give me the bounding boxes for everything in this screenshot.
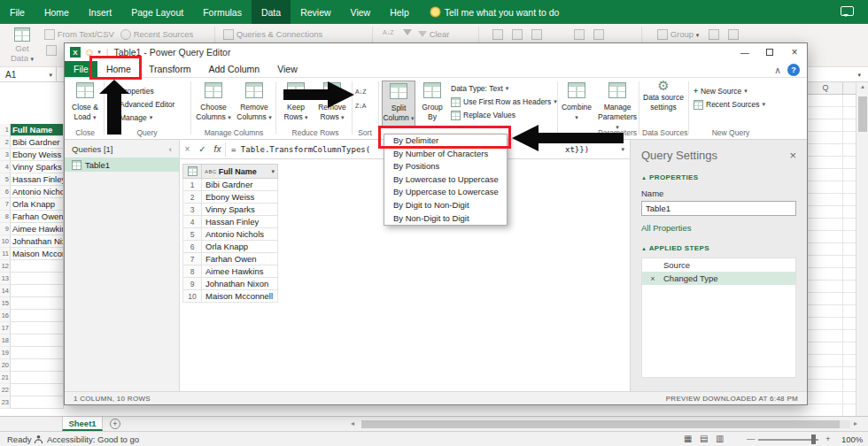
zoom-slider-thumb[interactable]: [811, 434, 816, 444]
excel-ribbon-tab[interactable]: Data: [252, 0, 291, 24]
formula-bar-expand-icon[interactable]: ▾: [857, 72, 861, 79]
preview-cell[interactable]: Johnathan Nixon: [202, 278, 278, 290]
filter-caret-icon[interactable]: ▾: [271, 168, 275, 175]
collapse-ribbon-icon[interactable]: ∧: [771, 64, 784, 76]
excel-ribbon-tab[interactable]: Help: [380, 0, 419, 24]
sheet-cell[interactable]: Orla Knapp: [11, 198, 64, 211]
recent-sources-button[interactable]: Recent Sources: [120, 29, 193, 40]
normal-view-icon[interactable]: ▦: [684, 434, 692, 443]
excel-ribbon-tab[interactable]: Formulas: [193, 0, 252, 24]
quick-access-caret-icon[interactable]: ▾: [97, 49, 101, 56]
sheet-cell[interactable]: [11, 322, 64, 334]
pq-tab-transform[interactable]: Transform: [140, 61, 199, 77]
sheet-cell[interactable]: Johnathan Nixon: [11, 235, 64, 248]
maximize-icon[interactable]: [757, 43, 782, 61]
scrollbar-thumb[interactable]: [858, 96, 867, 132]
preview-cell[interactable]: Bibi Gardner: [202, 179, 278, 191]
row-number[interactable]: 5: [0, 173, 11, 186]
preview-row-number[interactable]: 9: [182, 278, 202, 290]
ribbon-tool-icon[interactable]: [531, 29, 542, 40]
scroll-up-icon[interactable]: ▲: [856, 84, 868, 89]
preview-cell[interactable]: Farhan Owen: [202, 253, 278, 265]
preview-row-number[interactable]: 10: [182, 290, 202, 303]
preview-row-number[interactable]: 7: [182, 253, 202, 265]
vertical-scrollbar[interactable]: ▲: [856, 82, 868, 416]
data-type-button[interactable]: Data Type: Text▾: [451, 82, 508, 95]
help-icon[interactable]: ?: [787, 64, 800, 76]
row-number[interactable]: 9: [0, 223, 11, 235]
table-corner-button[interactable]: [182, 164, 202, 179]
row-number[interactable]: 1: [0, 124, 11, 136]
excel-ribbon-tab[interactable]: Insert: [79, 0, 121, 24]
sort-ascending-icon[interactable]: A↓Z: [355, 85, 366, 97]
row-number[interactable]: 19: [0, 347, 11, 359]
sheet-cell[interactable]: Ebony Weiss: [11, 149, 64, 161]
collapse-pane-icon[interactable]: ‹: [169, 144, 172, 154]
horizontal-scrollbar[interactable]: [361, 420, 850, 428]
preview-cell[interactable]: Maison Mcconnell: [202, 290, 278, 303]
choose-columns-button[interactable]: Choose Columns ▾: [194, 81, 233, 127]
preview-cell[interactable]: Vinny Sparks: [202, 204, 278, 216]
row-number[interactable]: 3: [0, 149, 11, 161]
data-source-settings-button[interactable]: ⚙ Data source settings: [642, 81, 685, 127]
sheet-cell[interactable]: [11, 297, 64, 310]
preview-row-number[interactable]: 5: [182, 228, 202, 241]
properties-section-header[interactable]: ▲ PROPERTIES: [641, 173, 796, 181]
zoom-in-icon[interactable]: +: [825, 434, 831, 443]
preview-cell[interactable]: Hassan Finley: [202, 216, 278, 228]
close-pane-icon[interactable]: ×: [789, 149, 796, 162]
row-number[interactable]: 7: [0, 198, 11, 211]
row-number[interactable]: 11: [0, 248, 11, 260]
group-button[interactable]: Group ▾: [657, 29, 699, 40]
applied-steps-section-header[interactable]: ▲ APPLIED STEPS: [641, 244, 796, 252]
replace-values-button[interactable]: Replace Values: [451, 109, 515, 121]
remove-columns-button[interactable]: Remove Columns ▾: [235, 81, 274, 127]
preview-row-number[interactable]: 3: [182, 204, 202, 216]
row-number[interactable]: 4: [0, 161, 11, 173]
sheet-cell[interactable]: [11, 396, 64, 409]
ribbon-tool-icon[interactable]: [593, 29, 604, 40]
excel-ribbon-tab[interactable]: Home: [35, 0, 79, 24]
excel-ribbon-tab[interactable]: View: [341, 0, 381, 24]
split-column-menu-item[interactable]: By Number of Characters: [384, 148, 507, 161]
sheet-cell[interactable]: Aimee Hawkins: [11, 223, 64, 235]
split-column-menu-item[interactable]: By Digit to Non-Digit: [384, 199, 507, 212]
sheet-cell[interactable]: Bibi Gardner: [11, 136, 64, 149]
pq-tab-view[interactable]: View: [268, 61, 306, 77]
split-column-menu-item[interactable]: By Lowercase to Uppercase: [384, 173, 507, 187]
check-icon[interactable]: ✓: [195, 144, 210, 154]
ribbon-tool-icon[interactable]: [492, 29, 503, 40]
sort-az-icon[interactable]: A↓Z: [383, 29, 393, 35]
page-break-view-icon[interactable]: ▥: [716, 434, 724, 443]
row-number[interactable]: 20: [0, 359, 11, 372]
sheet-cell[interactable]: [11, 347, 64, 359]
row-number[interactable]: 16: [0, 310, 11, 322]
row-number[interactable]: 21: [0, 372, 11, 384]
sheet-cell[interactable]: Maison Mcconnell: [11, 248, 64, 260]
sheet-cell[interactable]: [11, 359, 64, 372]
hscroll-right-icon[interactable]: ▸: [854, 419, 857, 427]
get-data-button[interactable]: Get Data ▾: [5, 27, 39, 63]
filter-icon[interactable]: [403, 29, 412, 35]
group-by-button[interactable]: Group By: [417, 81, 447, 127]
sheet-cell[interactable]: [11, 273, 64, 285]
query-list-item[interactable]: Table1: [65, 158, 179, 172]
excel-ribbon-tab[interactable]: Page Layout: [121, 0, 193, 24]
from-text-csv-button[interactable]: From Text/CSV: [44, 29, 114, 40]
manage-parameters-button[interactable]: Manage Parameters ▾: [596, 81, 639, 127]
preview-row-number[interactable]: 2: [182, 191, 202, 204]
applied-step-changed-type[interactable]: × Changed Type: [642, 272, 795, 285]
split-column-menu-item[interactable]: By Positions: [384, 160, 507, 173]
name-box[interactable]: A1 ▾: [0, 67, 57, 82]
use-first-row-button[interactable]: Use First Row as Headers▾: [451, 96, 557, 108]
zoom-out-icon[interactable]: —: [747, 434, 756, 443]
row-number[interactable]: 17: [0, 322, 11, 334]
column-header-full-name[interactable]: ABC Full Name ▾: [202, 164, 278, 179]
accessibility-status[interactable]: Accessibility: Good to go: [47, 434, 139, 444]
row-number[interactable]: 13: [0, 273, 11, 285]
row-number[interactable]: 14: [0, 285, 11, 297]
zoom-slider[interactable]: [758, 439, 818, 441]
preview-cell[interactable]: Aimee Hawkins: [202, 265, 278, 278]
close-icon[interactable]: ×: [782, 43, 807, 61]
sheet-cell[interactable]: Vinny Sparks: [11, 161, 64, 173]
